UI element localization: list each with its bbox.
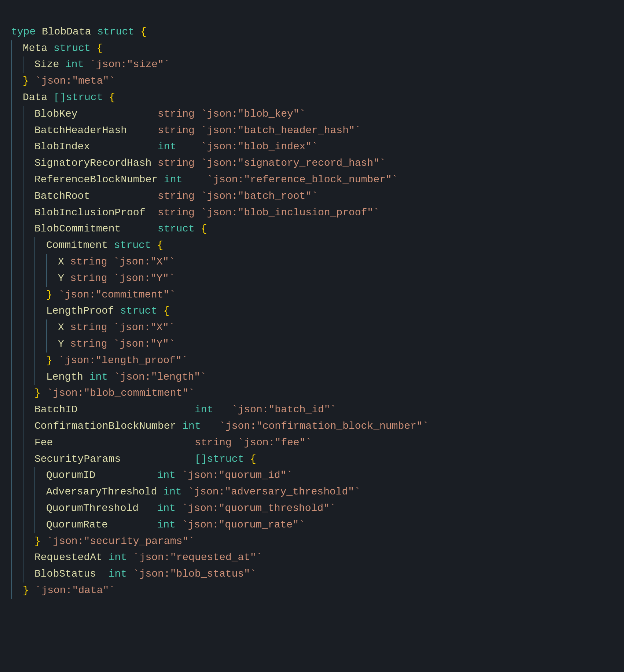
indent-guide [23,336,34,353]
code-text: ReferenceBlockNumber int `json:"referenc… [34,172,398,188]
code-line: } `json:"length_proof"` [11,353,613,369]
indent-guide [23,517,34,533]
indent-guide [11,40,23,57]
code-line: } `json:"data"` [11,582,613,599]
code-line: type BlobData struct { [11,24,613,40]
indent-guide [23,418,34,435]
code-line: BlobIndex int `json:"blob_index"` [11,139,613,155]
code-line: AdversaryThreshold int `json:"adversary_… [11,484,613,500]
indent-guide [23,188,34,205]
code-text: X string `json:"X"` [58,254,175,270]
indent-guide [23,254,34,270]
indent-guide [11,254,23,270]
code-text: SecurityParams []struct { [34,451,256,468]
indent-guide [34,517,46,533]
indent-guide [11,451,23,468]
indent-guide [23,155,34,172]
code-line: ConfirmationBlockNumber int `json:"confi… [11,418,613,435]
indent-guide [23,353,34,369]
indent-guide [23,549,34,566]
code-text: BlobIndex int `json:"blob_index"` [34,139,318,155]
indent-guide [34,270,46,287]
indent-guide [23,369,34,386]
indent-guide [23,484,34,500]
indent-guide [46,336,58,353]
indent-guide [46,270,58,287]
indent-guide [23,221,34,237]
indent-guide [11,205,23,221]
indent-guide [23,287,34,303]
indent-guide [11,484,23,500]
code-text: BatchHeaderHash string `json:"batch_head… [34,123,361,139]
indent-guide [34,319,46,336]
code-text: BatchRoot string `json:"batch_root"` [34,188,318,205]
indent-guide [23,385,34,402]
code-line: BlobCommitment struct { [11,221,613,237]
indent-guide [11,533,23,550]
indent-guide [11,369,23,386]
code-text: Y string `json:"Y"` [58,270,175,287]
indent-guide [23,139,34,155]
code-text: LengthProof struct { [46,303,169,319]
code-text: QuorumID int `json:"quorum_id"` [46,467,293,484]
code-line: RequestedAt int `json:"requested_at"` [11,549,613,566]
indent-guide [11,319,23,336]
code-line: Length int `json:"length"` [11,369,613,386]
code-line: X string `json:"X"` [11,319,613,336]
code-text: Data []struct { [23,90,115,106]
indent-guide [46,319,58,336]
code-line: Commitment struct { [11,237,613,254]
code-text: BatchID int `json:"batch_id"` [34,402,336,418]
indent-guide [23,566,34,582]
indent-guide [34,336,46,353]
code-text: QuorumRate int `json:"quorum_rate"` [46,517,305,533]
indent-guide [34,287,46,303]
code-line: BlobKey string `json:"blob_key"` [11,106,613,123]
code-line: } `json:"commitment"` [11,287,613,303]
indent-guide [11,353,23,369]
indent-guide [34,369,46,386]
code-text: Commitment struct { [46,237,163,254]
code-line: Size int `json:"size"` [11,56,613,73]
indent-guide [23,237,34,254]
code-text: } `json:"commitment"` [46,287,176,303]
code-text: ConfirmationBlockNumber int `json:"confi… [34,418,429,435]
code-text: RequestedAt int `json:"requested_at"` [34,549,263,566]
indent-guide [23,123,34,139]
code-line: QuorumRate int `json:"quorum_rate"` [11,517,613,533]
indent-guide [34,353,46,369]
indent-guide [11,188,23,205]
code-text: } `json:"meta"` [23,73,115,90]
code-text: Y string `json:"Y"` [58,336,175,353]
code-line: Data []struct { [11,90,613,106]
code-line: Fee string `json:"fee"` [11,435,613,451]
indent-guide [23,435,34,451]
code-line: BatchHeaderHash string `json:"batch_head… [11,123,613,139]
indent-guide [11,517,23,533]
indent-guide [23,451,34,468]
indent-guide [23,402,34,418]
code-text: BlobCommitment struct { [34,221,207,237]
indent-guide [23,467,34,484]
indent-guide [11,106,23,123]
indent-guide [34,484,46,500]
indent-guide [46,254,58,270]
indent-guide [11,582,23,599]
indent-guide [23,270,34,287]
code-line: Meta struct { [11,40,613,57]
code-line: SecurityParams []struct { [11,451,613,468]
code-line: LengthProof struct { [11,303,613,319]
code-line: } `json:"meta"` [11,73,613,90]
indent-guide [11,123,23,139]
indent-guide [11,418,23,435]
indent-guide [34,467,46,484]
indent-guide [11,500,23,517]
code-line: Y string `json:"Y"` [11,270,613,287]
indent-guide [34,254,46,270]
indent-guide [11,155,23,172]
code-text: type BlobData struct { [11,24,147,40]
code-line: } `json:"blob_commitment"` [11,385,613,402]
code-line: QuorumID int `json:"quorum_id"` [11,467,613,484]
code-text: BlobStatus int `json:"blob_status"` [34,566,256,582]
indent-guide [23,319,34,336]
